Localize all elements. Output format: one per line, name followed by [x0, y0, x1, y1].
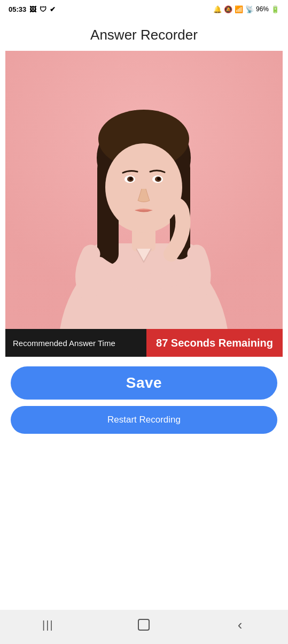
home-icon [138, 619, 150, 631]
photo-icon: 🖼 [29, 5, 36, 13]
svg-point-15 [129, 177, 133, 180]
wifi-icon: 📶 [235, 5, 243, 13]
check-icon: ✔ [50, 5, 56, 13]
battery-percent: 96% [256, 5, 269, 13]
buttons-area: Save Restart Recording [5, 357, 283, 434]
battery-icon: 🔋 [271, 5, 279, 13]
timer-remaining: 87 Seconds Remaining [146, 329, 283, 357]
person-image [5, 51, 283, 329]
recents-icon: ||| [42, 619, 54, 631]
page-title: Answer Recorder [90, 17, 198, 51]
status-time: 05:33 [9, 5, 26, 13]
back-icon: ‹ [238, 617, 243, 633]
save-button[interactable]: Save [11, 366, 277, 400]
svg-point-17 [164, 200, 183, 214]
svg-point-10 [105, 143, 182, 231]
shield-icon: 🛡 [40, 5, 46, 13]
status-right: 🔔 🔕 📶 📡 96% 🔋 [213, 5, 279, 13]
mute-icon: 🔕 [224, 5, 232, 13]
timer-label: Recommended Answer Time [5, 329, 146, 357]
svg-point-16 [157, 177, 160, 180]
timer-bar: Recommended Answer Time 87 Seconds Remai… [5, 329, 283, 357]
status-left: 05:33 🖼 🛡 ✔ [9, 5, 56, 13]
recents-nav-button[interactable]: ||| [35, 612, 61, 638]
signal-icon: 📡 [245, 5, 254, 13]
home-nav-button[interactable] [131, 612, 157, 638]
alarm-icon: 🔔 [213, 5, 222, 13]
status-bar: 05:33 🖼 🛡 ✔ 🔔 🔕 📶 📡 96% 🔋 [0, 0, 288, 17]
restart-recording-button[interactable]: Restart Recording [11, 406, 277, 434]
back-nav-button[interactable]: ‹ [227, 612, 253, 638]
bottom-nav: ||| ‹ [0, 610, 288, 644]
main-content: Answer Recorder [0, 17, 288, 644]
